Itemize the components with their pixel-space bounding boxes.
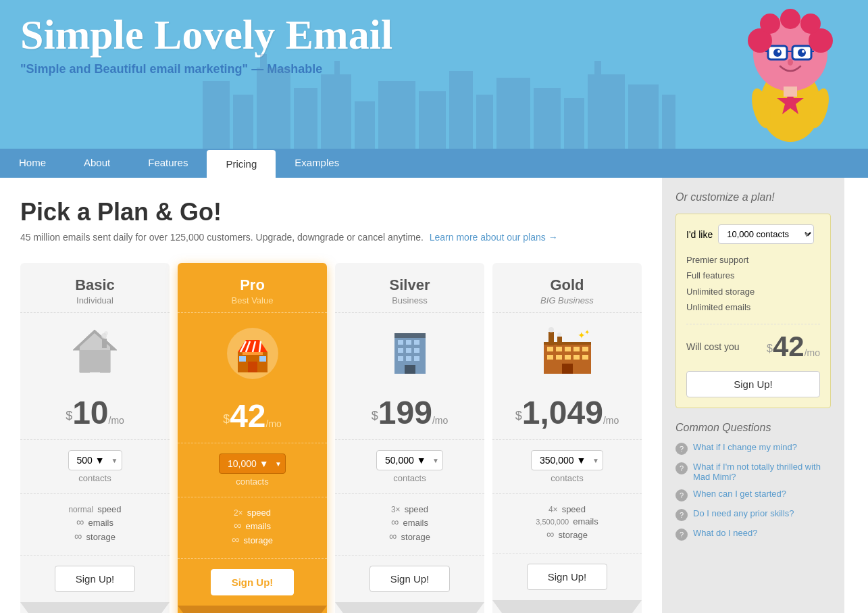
svg-rect-57 [259,356,266,362]
question-item-1[interactable]: ? What if I change my mind? [675,442,831,455]
question-icon-4: ? [675,509,688,521]
svg-rect-76 [547,347,553,351]
plan-pro-contacts-select[interactable]: 10,000 ▼ 5,000 25,000 [219,453,286,474]
question-icon-3: ? [675,489,688,501]
plan-basic-signup-button[interactable]: Sign Up! [55,566,136,592]
plan-gold-price: $1,049/mo [492,393,642,440]
svg-rect-86 [562,364,573,374]
shop-icon [226,326,280,381]
plan-gold-signup-button[interactable]: Sign Up! [527,564,608,590]
learn-more-link[interactable]: Learn more about our plans → [430,232,558,243]
plan-silver-signup-button[interactable]: Sign Up! [369,566,451,592]
plan-silver-name: Silver [345,276,474,294]
plan-basic-icon-area [20,313,170,393]
question-item-4[interactable]: ? Do I need any prior skills? [675,508,831,521]
plan-gold-amount: 1,049 [522,395,603,431]
plan-gold-banner [492,600,642,613]
plan-gold-contacts-select[interactable]: 350,000 ▼ 100,000 500,000 [531,450,603,470]
svg-rect-18 [662,95,675,149]
svg-point-46 [104,331,108,335]
question-icon-1: ? [675,443,688,455]
customize-contacts-select[interactable]: 10,000 contacts 500 contacts 2,500 conta… [718,224,814,244]
svg-point-74 [548,327,554,333]
question-label-2: What if I'm not totally thrilled with Ma… [693,462,831,482]
plan-pro-signup-button[interactable]: Sign Up! [211,569,295,595]
plan-basic: Basic Individual [20,263,170,613]
plan-basic-dollar: $ [66,409,72,422]
plan-gold-contacts-wrapper[interactable]: 350,000 ▼ 100,000 500,000 [531,450,603,470]
svg-point-29 [777,50,780,53]
svg-rect-0 [203,81,230,149]
plan-silver-cta: Sign Up! [335,556,484,602]
plan-basic-feature-storage: ∞ storage [30,531,159,543]
plan-pro-banner [178,606,327,613]
question-item-5[interactable]: ? What do I need? [675,528,831,541]
svg-rect-49 [242,352,263,355]
house-icon [70,326,120,377]
city-silhouette-decoration [203,41,675,149]
plan-silver-amount: 199 [378,395,432,431]
svg-rect-66 [398,356,403,361]
plan-basic-banner [20,602,170,613]
plan-pro-header: Pro Best Value [178,263,327,313]
nav-about[interactable]: About [65,149,129,178]
sidebar-signup-button[interactable]: Sign Up! [686,371,820,397]
svg-point-36 [800,14,821,34]
contacts-select-wrapper[interactable]: 10,000 contacts 500 contacts 2,500 conta… [718,224,814,244]
svg-rect-44 [102,339,107,348]
plan-gold-tagline: BIG Business [503,295,632,305]
plan-pro-price: $42/mo [178,397,327,443]
question-item-3[interactable]: ? When can I get started? [675,489,831,501]
plan-silver-icon-area [335,313,484,393]
question-label-4: Do I need any prior skills? [693,508,794,518]
plan-silver: Silver Business [335,263,484,613]
question-label-5: What do I need? [693,528,757,538]
plan-pro-contacts: 10,000 ▼ 5,000 25,000 contacts [178,443,327,497]
main-container: Pick a Plan & Go! 45 million emails sent… [0,178,868,613]
nav-pricing[interactable]: Pricing [207,150,276,178]
plan-gold-icon-area: ✦ ✦ [492,313,642,393]
svg-point-27 [773,49,782,57]
plan-gold-name: Gold [503,276,632,294]
svg-rect-63 [398,348,403,353]
plan-basic-features: normal speed ∞ emails ∞ storage [20,494,170,556]
plan-pro-icon-area [178,313,327,397]
sidebar: Or customize a plan! I'd like 10,000 con… [662,178,844,613]
nav-features[interactable]: Features [129,149,207,178]
svg-point-31 [788,59,793,66]
svg-rect-61 [406,340,411,345]
nav-examples[interactable]: Examples [276,149,358,178]
plan-basic-contacts-wrapper[interactable]: 500 ▼ 1,000 2,500 [68,450,122,470]
svg-rect-9 [419,91,446,149]
question-item-2[interactable]: ? What if I'm not totally thrilled with … [675,462,831,482]
plan-silver-dollar: $ [372,409,378,422]
page-subtitle: 45 million emails sent daily for over 12… [20,232,642,243]
svg-point-34 [760,14,780,34]
feature-unlimited-emails: Unlimited emails [686,299,820,315]
svg-point-35 [780,9,800,29]
question-label-1: What if I change my mind? [693,442,797,452]
question-icon-5: ? [675,529,688,541]
plan-gold-features: 4× speed 3,500,000 emails ∞ storage [492,494,642,554]
svg-rect-62 [414,340,419,345]
plan-pro-mo: /mo [266,418,282,429]
plan-pro-contacts-wrapper[interactable]: 10,000 ▼ 5,000 25,000 [219,453,286,474]
plan-silver-contacts-select[interactable]: 50,000 ▼ 25,000 100,000 [376,450,443,470]
svg-rect-60 [398,340,403,345]
plan-basic-name: Basic [30,276,159,294]
svg-rect-13 [534,88,561,149]
svg-rect-80 [582,347,588,351]
cost-price-amount: 42 [773,330,805,362]
plan-silver-contacts-wrapper[interactable]: 50,000 ▼ 25,000 100,000 [376,450,443,470]
mascot-illustration [733,0,848,149]
plan-silver-feature-storage: ∞ storage [345,531,474,543]
content-area: Pick a Plan & Go! 45 million emails sent… [0,178,662,613]
plan-basic-contacts-select[interactable]: 500 ▼ 1,000 2,500 [68,450,122,470]
plan-gold-header: Gold BIG Business [492,263,642,313]
svg-rect-84 [573,355,580,360]
customize-ilike-row: I'd like 10,000 contacts 500 contacts 2,… [686,224,820,244]
svg-rect-15 [588,74,625,149]
cost-price-mo: /mo [805,347,820,358]
plan-silver-features: 3× speed ∞ emails ∞ storage [335,494,484,556]
nav-home[interactable]: Home [0,149,65,178]
